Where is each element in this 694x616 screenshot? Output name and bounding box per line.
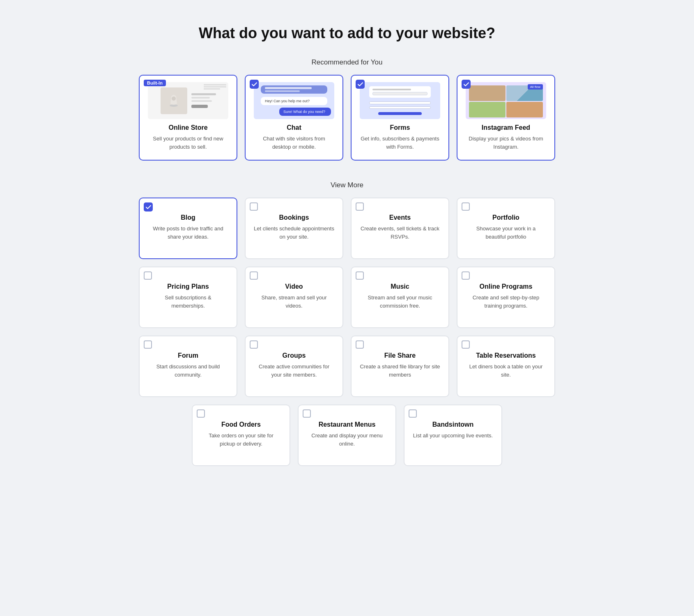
groups-desc: Create active communities for your site … — [254, 363, 334, 379]
groups-title: Groups — [283, 352, 306, 359]
music-checkbox[interactable] — [356, 271, 364, 280]
bookings-title: Bookings — [279, 214, 309, 221]
restaurant-menus-title: Restaurant Menus — [319, 421, 376, 428]
chat-desc: Chat with site visitors from desktop or … — [254, 135, 334, 151]
recommended-label: Recommended for You — [312, 58, 383, 67]
pricing-plans-desc: Sell subscriptions & memberships. — [148, 294, 228, 310]
file-share-desc: Create a shared file library for site me… — [360, 363, 440, 379]
blog-desc: Write posts to drive traffic and share y… — [148, 225, 228, 241]
events-desc: Create events, sell tickets & track RSVP… — [360, 225, 440, 241]
events-title: Events — [389, 214, 411, 221]
chat-checkmark — [250, 80, 259, 89]
view-more-row-1: Blog Write posts to drive traffic and sh… — [139, 198, 555, 259]
file-share-title: File Share — [384, 352, 416, 359]
portfolio-title: Portfolio — [492, 214, 519, 221]
bookings-checkbox[interactable] — [250, 202, 258, 211]
view-more-last-row: Food Orders Take orders on your site for… — [192, 405, 502, 466]
music-desc: Stream and sell your music commission fr… — [360, 294, 440, 310]
bandsintown-checkbox[interactable] — [409, 409, 417, 418]
bandsintown-title: Bandsintown — [432, 421, 473, 428]
forum-desc: Start discussions and build community. — [148, 363, 228, 379]
forms-title: Forms — [390, 124, 410, 131]
card-bandsintown[interactable]: Bandsintown List all your upcoming live … — [404, 405, 502, 466]
online-store-image — [148, 82, 228, 119]
built-in-badge: Built-In — [144, 80, 166, 86]
online-programs-checkbox[interactable] — [462, 271, 470, 280]
card-pricing-plans[interactable]: Pricing Plans Sell subscriptions & membe… — [139, 267, 237, 328]
card-restaurant-menus[interactable]: Restaurant Menus Create and display your… — [298, 405, 396, 466]
chat-title: Chat — [287, 124, 301, 131]
table-reservations-desc: Let diners book a table on your site. — [466, 363, 546, 379]
svg-point-1 — [172, 97, 176, 101]
food-orders-checkbox[interactable] — [197, 409, 205, 418]
recommended-grid: Built-In — [139, 75, 555, 161]
instagram-image: All flow — [466, 82, 546, 119]
events-checkbox[interactable] — [356, 202, 364, 211]
restaurant-menus-desc: Create and display your menu online. — [307, 432, 387, 448]
view-more-row-3: Forum Start discussions and build commun… — [139, 336, 555, 397]
online-programs-desc: Create and sell step-by-step training pr… — [466, 294, 546, 310]
online-store-title: Online Store — [168, 124, 207, 131]
card-portfolio[interactable]: Portfolio Showcase your work in a beauti… — [457, 198, 555, 259]
card-bookings[interactable]: Bookings Let clients schedule appointmen… — [245, 198, 343, 259]
video-desc: Share, stream and sell your videos. — [254, 294, 334, 310]
card-forms[interactable]: Forms Get info, subscribers & payments w… — [351, 75, 449, 161]
table-reservations-checkbox[interactable] — [462, 340, 470, 349]
bandsintown-desc: List all your upcoming live events. — [413, 432, 493, 440]
card-table-reservations[interactable]: Table Reservations Let diners book a tab… — [457, 336, 555, 397]
portfolio-desc: Showcase your work in a beautiful portfo… — [466, 225, 546, 241]
card-forum[interactable]: Forum Start discussions and build commun… — [139, 336, 237, 397]
instagram-checkmark — [462, 80, 471, 89]
pricing-plans-title: Pricing Plans — [167, 283, 209, 290]
card-food-orders[interactable]: Food Orders Take orders on your site for… — [192, 405, 290, 466]
food-orders-desc: Take orders on your site for pickup or d… — [201, 432, 281, 448]
card-chat[interactable]: Hey! Can you help me out? Sure! What do … — [245, 75, 343, 161]
view-more-label: View More — [331, 181, 363, 189]
online-programs-title: Online Programs — [480, 283, 533, 290]
card-online-store[interactable]: Built-In — [139, 75, 237, 161]
card-blog[interactable]: Blog Write posts to drive traffic and sh… — [139, 198, 237, 259]
blog-checkmark — [144, 202, 153, 211]
instagram-desc: Display your pics & videos from Instagra… — [466, 135, 546, 151]
card-file-share[interactable]: File Share Create a shared file library … — [351, 336, 449, 397]
portfolio-checkbox[interactable] — [462, 202, 470, 211]
file-share-checkbox[interactable] — [356, 340, 364, 349]
food-orders-title: Food Orders — [221, 421, 261, 428]
page-title: What do you want to add to your website? — [199, 25, 495, 42]
pricing-plans-checkbox[interactable] — [144, 271, 152, 280]
instagram-title: Instagram Feed — [482, 124, 530, 131]
forum-title: Forum — [178, 352, 198, 359]
card-groups[interactable]: Groups Create active communities for you… — [245, 336, 343, 397]
music-title: Music — [391, 283, 409, 290]
card-instagram-feed[interactable]: All flow Instagram Feed Display your pic… — [457, 75, 555, 161]
card-online-programs[interactable]: Online Programs Create and sell step-by-… — [457, 267, 555, 328]
online-store-desc: Sell your products or find new products … — [148, 135, 228, 151]
card-music[interactable]: Music Stream and sell your music commiss… — [351, 267, 449, 328]
blog-title: Blog — [181, 214, 195, 221]
card-video[interactable]: Video Share, stream and sell your videos… — [245, 267, 343, 328]
video-title: Video — [285, 283, 303, 290]
forms-desc: Get info, subscribers & payments with Fo… — [360, 135, 440, 151]
table-reservations-title: Table Reservations — [476, 352, 536, 359]
restaurant-menus-checkbox[interactable] — [303, 409, 311, 418]
groups-checkbox[interactable] — [250, 340, 258, 349]
video-checkbox[interactable] — [250, 271, 258, 280]
forms-checkmark — [356, 80, 365, 89]
chat-image: Hey! Can you help me out? Sure! What do … — [254, 82, 334, 119]
forms-image — [360, 82, 440, 119]
forum-checkbox[interactable] — [144, 340, 152, 349]
view-more-row-2: Pricing Plans Sell subscriptions & membe… — [139, 267, 555, 328]
bookings-desc: Let clients schedule appointments on you… — [254, 225, 334, 241]
card-events[interactable]: Events Create events, sell tickets & tra… — [351, 198, 449, 259]
